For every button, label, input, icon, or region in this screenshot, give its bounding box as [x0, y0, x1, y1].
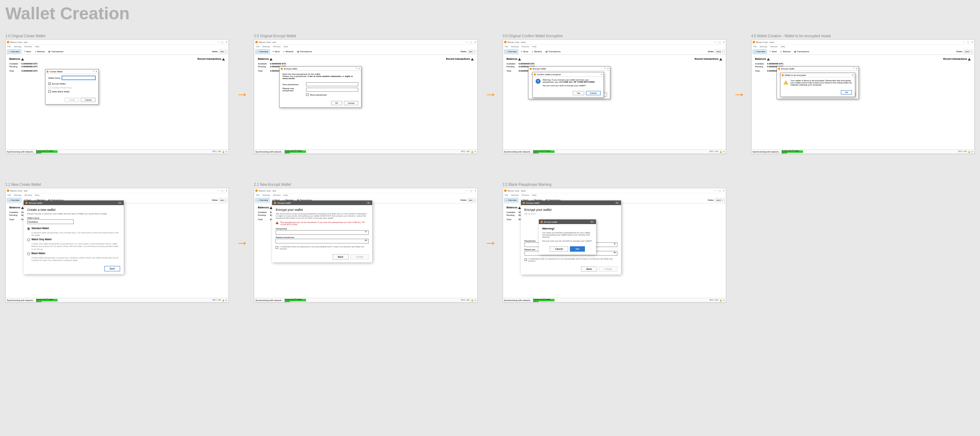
close-icon[interactable]: ✕ [95, 70, 97, 73]
close-icon[interactable]: ✕ [615, 201, 619, 204]
close-icon[interactable]: ✕ [474, 41, 476, 43]
menu-file[interactable]: File [753, 45, 757, 48]
menu-help[interactable]: Help [532, 45, 536, 48]
tab-transactions[interactable]: ▤Transactions [296, 50, 313, 53]
minimize-icon[interactable]: — [217, 189, 219, 192]
maximize-icon[interactable]: ▢ [221, 189, 223, 192]
help-icon[interactable]: ? [604, 67, 605, 70]
close-icon[interactable]: ✕ [226, 41, 228, 43]
yes-button[interactable]: Yes [570, 246, 585, 252]
menu-window[interactable]: Window [522, 194, 529, 196]
close-icon[interactable]: ✕ [971, 41, 973, 43]
menu-settings[interactable]: Settings [14, 194, 22, 196]
menu-file[interactable]: File [256, 194, 259, 196]
tab-send[interactable]: ↗Send [768, 50, 778, 53]
minimize-icon[interactable]: — [963, 41, 965, 43]
tab-send[interactable]: ↗Send [22, 50, 33, 53]
minimize-icon[interactable]: — [466, 41, 468, 43]
tab-transactions[interactable]: ▤Transactions [544, 50, 562, 53]
wallet-selector[interactable]: test [219, 198, 228, 202]
next-button[interactable]: Next [104, 266, 120, 272]
menu-settings[interactable]: Settings [511, 45, 519, 48]
close-icon[interactable]: ✕ [601, 73, 603, 75]
menu-file[interactable]: File [505, 45, 508, 48]
menu-help[interactable]: Help [532, 194, 536, 196]
close-icon[interactable]: ✕ [590, 220, 594, 223]
menu-settings[interactable]: Settings [262, 45, 270, 48]
ok-button[interactable]: OK [331, 101, 342, 105]
wallet-selector[interactable]: test [468, 198, 476, 202]
acknowledge-checkbox[interactable] [276, 246, 278, 249]
minimize-icon[interactable]: — [714, 189, 716, 192]
close-icon[interactable]: ✕ [852, 74, 854, 76]
wallet-name-input[interactable] [62, 76, 95, 80]
wallet-selector[interactable]: test [219, 50, 228, 53]
radio-blank[interactable] [27, 252, 30, 255]
tab-receive[interactable]: ↙Receive [33, 50, 46, 53]
tab-overview[interactable]: ⌂Overview [255, 198, 270, 202]
wallet-selector[interactable]: test1 [964, 50, 973, 53]
close-icon[interactable]: ✕ [607, 67, 609, 70]
option-blank[interactable]: Blank Wallet [32, 252, 45, 254]
maximize-icon[interactable]: ▢ [967, 41, 969, 43]
close-icon[interactable]: ✕ [226, 189, 228, 192]
tab-overview[interactable]: ⌂Overview [504, 50, 519, 54]
tab-overview[interactable]: ⌂Overview [255, 50, 270, 54]
close-icon[interactable]: ✕ [723, 41, 725, 43]
menu-window[interactable]: Window [770, 45, 778, 48]
cancel-button[interactable]: Cancel [586, 91, 601, 95]
tab-send[interactable]: ↗Send [270, 50, 281, 53]
close-icon[interactable]: ✕ [474, 189, 476, 192]
show-pass-checkbox[interactable]: Show passphrase [306, 93, 327, 96]
menu-window[interactable]: Window [273, 45, 281, 48]
eye-off-icon[interactable]: 👁 [614, 251, 616, 254]
tab-transactions[interactable]: ▤Transactions [47, 50, 65, 53]
passphrase-input[interactable] [276, 230, 369, 235]
cancel-button[interactable]: Cancel [549, 246, 568, 252]
menu-file[interactable]: File [505, 194, 508, 196]
cancel-button[interactable]: Cancel [81, 98, 95, 102]
help-icon[interactable]: ? [93, 70, 94, 73]
tab-receive[interactable]: ↙Receive [530, 50, 544, 53]
option-watch[interactable]: Watch Only Wallet [32, 238, 51, 241]
maximize-icon[interactable]: ▢ [470, 41, 472, 43]
menu-help[interactable]: Help [35, 194, 39, 196]
minimize-icon[interactable]: — [714, 41, 716, 43]
help-icon[interactable]: ? [356, 67, 357, 70]
tab-receive[interactable]: ↙Receive [282, 50, 295, 53]
close-icon[interactable]: ✕ [723, 189, 725, 192]
menu-settings[interactable]: Settings [14, 45, 22, 48]
menu-file[interactable]: File [256, 45, 259, 48]
option-standard[interactable]: Standard Wallet [32, 227, 49, 230]
cancel-button[interactable]: Cancel [344, 101, 359, 105]
menu-file[interactable]: File [8, 194, 11, 196]
menu-settings[interactable]: Settings [759, 45, 767, 48]
tab-receive[interactable]: ↙Receive [779, 50, 792, 53]
back-button[interactable]: Back [581, 266, 597, 272]
menu-help[interactable]: Help [35, 45, 39, 48]
tab-overview[interactable]: ⌂Overview [752, 50, 767, 54]
encrypt-wallet-checkbox[interactable]: ✓Encrypt Wallet [48, 82, 65, 85]
tab-overview[interactable]: ⌂Overview [7, 50, 21, 54]
maximize-icon[interactable]: ▢ [719, 189, 721, 192]
eye-off-icon[interactable]: 👁 [365, 239, 367, 242]
back-button[interactable]: Back [332, 254, 349, 260]
close-icon[interactable]: ✕ [366, 201, 371, 204]
menu-window[interactable]: Window [273, 194, 281, 196]
maximize-icon[interactable]: ▢ [470, 189, 472, 192]
maximize-icon[interactable]: ▢ [221, 41, 223, 43]
wallet-selector[interactable]: test1 [715, 198, 725, 202]
yes-button[interactable]: Yes [573, 91, 584, 95]
help-icon[interactable]: ? [853, 67, 854, 70]
menu-settings[interactable]: Settings [262, 194, 270, 196]
menu-window[interactable]: Window [24, 194, 32, 196]
menu-help[interactable]: Help [283, 194, 288, 196]
menu-window[interactable]: Window [522, 45, 529, 48]
close-icon[interactable]: ✕ [118, 201, 122, 204]
menu-window[interactable]: Window [24, 45, 32, 48]
acknowledge-checkbox[interactable] [525, 259, 527, 261]
menu-settings[interactable]: Settings [511, 194, 519, 196]
repeat-passphrase-input[interactable] [276, 239, 369, 243]
eye-icon[interactable]: 👁 [614, 243, 616, 245]
wallet-selector[interactable]: test [468, 50, 476, 53]
